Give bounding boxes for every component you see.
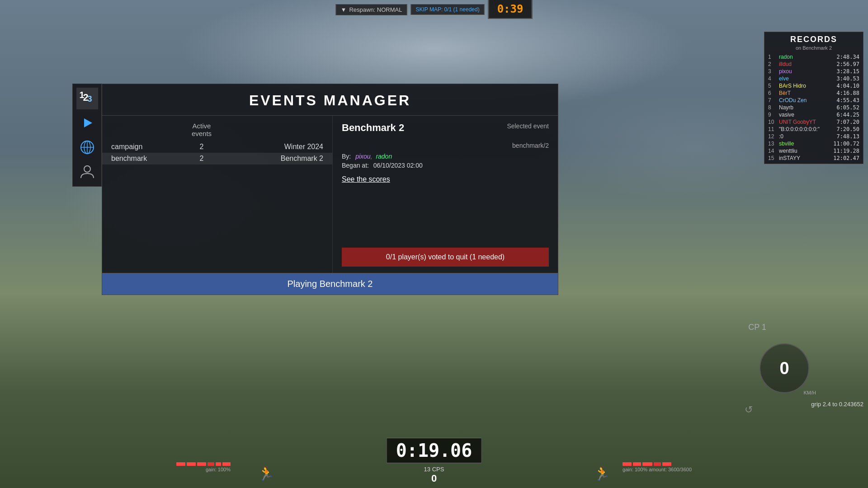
record-name: pixou (777, 68, 836, 75)
author-sep: , (371, 153, 373, 160)
hud-right-area: gain: 100% amount: 3600/3600 (623, 462, 692, 472)
hud-runner-left-icon: 🏃 (258, 465, 274, 481)
bar-seg-r (642, 462, 652, 466)
record-name: elve (777, 75, 836, 82)
record-name: CrODu Zen (777, 97, 836, 103)
bottom-hud: gain: 100% 🏃 0:19.06 13 CPS 0 🏃 gain: 10… (0, 447, 868, 488)
record-time: 7:07.20 (836, 119, 859, 125)
vote-area: 0/1 player(s) voted to quit (1 needed) (342, 239, 549, 267)
record-rank: 2 (768, 61, 777, 67)
events-right-inner: Benchmark 2 Selected event benchmark/2 B… (342, 122, 549, 267)
selected-event-name: Benchmark 2 (342, 122, 404, 134)
records-title: RECORDS (764, 32, 863, 45)
record-name: Nayrb (777, 104, 836, 111)
bar-seg (222, 462, 231, 466)
record-time: 2:48.34 (836, 54, 859, 60)
hud-gain-right: gain: 100% amount: 3600/3600 (623, 467, 692, 472)
col-type-header (111, 122, 184, 137)
record-rank: 10 (768, 119, 777, 125)
records-row: 2illdud2:56.97 (764, 61, 863, 68)
hud-gain-left: gain: 100% (206, 467, 231, 472)
bar-seg (197, 462, 206, 466)
records-row: 1radon2:48.34 (764, 53, 863, 61)
records-list: 1radon2:48.342illdud2:56.973pixou3:28.15… (764, 53, 863, 162)
record-name: illdud (777, 61, 836, 67)
author2: radon (376, 153, 392, 160)
event-name-campaign: Winter 2024 (220, 143, 323, 151)
respawn-button[interactable]: ▼ Respawn: NORMAL (336, 4, 407, 15)
events-left-panel: Active events campaign 2 Winter 2024 ben… (102, 116, 333, 273)
record-name: vasive (777, 112, 836, 118)
top-timer: 0:39 (488, 0, 533, 19)
hud-left-bars (176, 462, 231, 466)
see-scores-link[interactable]: See the scores (342, 175, 549, 183)
record-time: 4:55.43 (836, 97, 859, 103)
hud-runner-right-icon: 🏃 (594, 465, 610, 481)
records-row: 7CrODu Zen4:55.43 (764, 97, 863, 104)
event-count-benchmark: 2 (184, 155, 220, 163)
record-time: 4:16.88 (836, 90, 859, 96)
selected-label-text: Selected event (507, 122, 549, 130)
event-date-line: Began at: 06/10/2023 02:00 (342, 162, 549, 169)
arrow-icon (84, 118, 92, 127)
record-time: 3:28.15 (836, 68, 859, 75)
bar-seg-r (654, 462, 661, 466)
record-time: 6:44.25 (836, 112, 859, 118)
events-manager: EVENTS MANAGER Active events campaign 2 … (102, 84, 558, 295)
selected-event-header: Benchmark 2 (342, 122, 404, 137)
by-label: By: (342, 153, 351, 160)
reset-button[interactable]: ↺ (745, 404, 753, 416)
record-name: wenttliu (777, 148, 833, 154)
event-name-benchmark: Benchmark 2 (220, 155, 323, 163)
record-time: 2:56.97 (836, 61, 859, 67)
event-date: 06/10/2023 02:00 (373, 162, 423, 169)
hud-main-timer: 0:19.06 (387, 438, 482, 463)
globe-icon (79, 139, 95, 155)
record-rank: 8 (768, 104, 777, 111)
record-rank: 7 (768, 97, 777, 103)
record-rank: 6 (768, 90, 777, 96)
record-name: BèrT (777, 90, 836, 96)
record-name: BArS Hidro (777, 83, 836, 89)
skip-map-button[interactable]: SKIP MAP: 0/1 (1 needed) (410, 4, 484, 15)
bar-seg (176, 462, 185, 466)
records-row: 15inSTAYY12:02.47 (764, 155, 863, 162)
event-type-campaign: campaign (111, 143, 184, 151)
hud-right-bars (623, 462, 671, 466)
sidebar-icon-profile[interactable] (76, 161, 98, 183)
sidebar-icon-globe[interactable] (76, 136, 98, 158)
top-bar: ▼ Respawn: NORMAL SKIP MAP: 0/1 (1 neede… (336, 0, 533, 19)
left-sidebar: 1 2 3 (72, 84, 102, 187)
record-rank: 9 (768, 112, 777, 118)
speed-unit: KM/H (804, 390, 816, 395)
records-subtitle: on Benchmark 2 (764, 45, 863, 53)
record-time: 12:02.47 (833, 155, 859, 161)
records-panel: RECORDS on Benchmark 2 1radon2:48.342ill… (764, 32, 863, 164)
record-time: 11:19.28 (833, 148, 859, 154)
event-by-line: By: pixou, radon (342, 153, 549, 160)
record-rank: 14 (768, 148, 777, 154)
event-row-benchmark[interactable]: benchmark 2 Benchmark 2 (102, 153, 332, 164)
respawn-label: Respawn: NORMAL (349, 6, 402, 13)
sidebar-icon-navigation[interactable] (76, 112, 98, 134)
speed-circle: 0 (760, 343, 809, 393)
hud-left-area: gain: 100% (176, 462, 231, 472)
records-row: 14wenttliu11:19.28 (764, 147, 863, 155)
record-time: 6:05.52 (836, 104, 859, 111)
vote-quit-button[interactable]: 0/1 player(s) voted to quit (1 needed) (342, 248, 549, 267)
event-row-campaign[interactable]: campaign 2 Winter 2024 (102, 141, 332, 153)
began-label: Began at: (342, 162, 369, 169)
hud-cps-value: 0 (424, 473, 444, 484)
icon-3: 3 (88, 94, 92, 104)
col-name-header (220, 122, 323, 137)
bar-seg-r (623, 462, 632, 466)
record-name: "B:0:0:0:0:0:0:0:" (777, 126, 836, 132)
sidebar-icon-events[interactable]: 1 2 3 (76, 88, 98, 109)
record-rank: 15 (768, 155, 777, 161)
records-row: 9vasive6:44.25 (764, 111, 863, 118)
records-row: 13sbville11:00.72 (764, 140, 863, 147)
record-rank: 4 (768, 75, 777, 82)
record-rank: 12 (768, 133, 777, 140)
hud-cps-label: 13 CPS (424, 466, 444, 473)
profile-icon (79, 164, 95, 180)
